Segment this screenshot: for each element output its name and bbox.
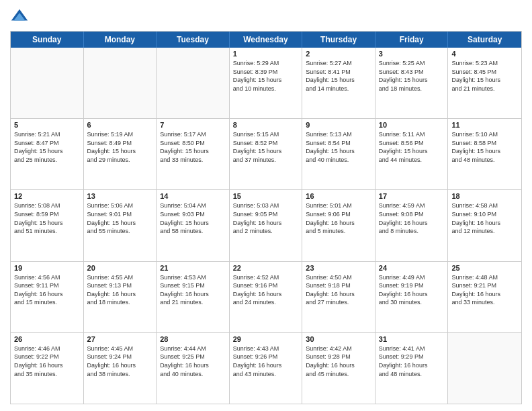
day-number: 27 — [87, 335, 153, 343]
calendar-cell-1-6: 11Sunrise: 5:10 AM Sunset: 8:58 PM Dayli… — [448, 119, 521, 189]
calendar-header-row: SundayMondayTuesdayWednesdayThursdayFrid… — [11, 32, 521, 48]
calendar: SundayMondayTuesdayWednesdayThursdayFrid… — [10, 31, 522, 404]
calendar-cell-3-2: 21Sunrise: 4:53 AM Sunset: 9:15 PM Dayli… — [157, 262, 230, 332]
calendar-cell-0-6: 4Sunrise: 5:23 AM Sunset: 8:45 PM Daylig… — [448, 48, 521, 118]
day-number: 16 — [306, 192, 371, 200]
cell-text: Sunrise: 4:44 AM Sunset: 9:25 PM Dayligh… — [160, 345, 226, 378]
calendar-cell-1-2: 7Sunrise: 5:17 AM Sunset: 8:50 PM Daylig… — [157, 119, 230, 189]
calendar-cell-1-1: 6Sunrise: 5:19 AM Sunset: 8:49 PM Daylig… — [84, 119, 157, 189]
header-day-monday: Monday — [84, 32, 157, 48]
day-number: 19 — [14, 264, 80, 272]
day-number: 21 — [160, 264, 226, 272]
cell-text: Sunrise: 5:01 AM Sunset: 9:06 PM Dayligh… — [306, 201, 371, 235]
day-number: 28 — [160, 335, 226, 343]
day-number: 9 — [306, 121, 371, 129]
page: SundayMondayTuesdayWednesdayThursdayFrid… — [0, 0, 532, 411]
cell-text: Sunrise: 5:29 AM Sunset: 8:39 PM Dayligh… — [233, 59, 299, 93]
day-number: 13 — [87, 192, 153, 200]
cell-text: Sunrise: 4:42 AM Sunset: 9:28 PM Dayligh… — [306, 345, 371, 378]
cell-text: Sunrise: 5:15 AM Sunset: 8:52 PM Dayligh… — [233, 130, 299, 164]
calendar-cell-3-0: 19Sunrise: 4:56 AM Sunset: 9:11 PM Dayli… — [11, 262, 84, 332]
calendar-cell-3-5: 24Sunrise: 4:49 AM Sunset: 9:19 PM Dayli… — [375, 262, 449, 332]
calendar-cell-1-5: 10Sunrise: 5:11 AM Sunset: 8:56 PM Dayli… — [375, 119, 449, 189]
calendar-cell-4-2: 28Sunrise: 4:44 AM Sunset: 9:25 PM Dayli… — [157, 333, 230, 404]
calendar-cell-3-3: 22Sunrise: 4:52 AM Sunset: 9:16 PM Dayli… — [230, 262, 303, 332]
day-number: 8 — [233, 121, 299, 129]
calendar-cell-2-4: 16Sunrise: 5:01 AM Sunset: 9:06 PM Dayli… — [302, 190, 375, 261]
day-number: 6 — [87, 121, 153, 129]
day-number: 26 — [14, 335, 80, 343]
cell-text: Sunrise: 5:06 AM Sunset: 9:01 PM Dayligh… — [87, 201, 153, 235]
cell-text: Sunrise: 4:41 AM Sunset: 9:29 PM Dayligh… — [379, 345, 445, 378]
day-number: 11 — [451, 121, 518, 129]
calendar-cell-4-0: 26Sunrise: 4:46 AM Sunset: 9:22 PM Dayli… — [11, 333, 84, 404]
header-day-sunday: Sunday — [11, 32, 84, 48]
cell-text: Sunrise: 5:13 AM Sunset: 8:54 PM Dayligh… — [306, 130, 371, 164]
calendar-cell-4-3: 29Sunrise: 4:43 AM Sunset: 9:26 PM Dayli… — [230, 333, 303, 404]
cell-text: Sunrise: 4:48 AM Sunset: 9:21 PM Dayligh… — [451, 273, 518, 307]
cell-text: Sunrise: 4:50 AM Sunset: 9:18 PM Dayligh… — [306, 273, 371, 307]
calendar-row-1: 5Sunrise: 5:21 AM Sunset: 8:47 PM Daylig… — [11, 118, 521, 189]
header-day-thursday: Thursday — [302, 32, 375, 48]
logo — [10, 7, 32, 26]
calendar-cell-2-5: 17Sunrise: 4:59 AM Sunset: 9:08 PM Dayli… — [375, 190, 449, 261]
cell-text: Sunrise: 4:53 AM Sunset: 9:15 PM Dayligh… — [160, 273, 226, 307]
day-number: 31 — [379, 335, 445, 343]
day-number: 5 — [14, 121, 80, 129]
day-number: 14 — [160, 192, 226, 200]
calendar-row-4: 26Sunrise: 4:46 AM Sunset: 9:22 PM Dayli… — [11, 332, 521, 404]
calendar-cell-1-3: 8Sunrise: 5:15 AM Sunset: 8:52 PM Daylig… — [230, 119, 303, 189]
header — [10, 7, 522, 26]
calendar-cell-3-4: 23Sunrise: 4:50 AM Sunset: 9:18 PM Dayli… — [302, 262, 375, 332]
calendar-cell-2-1: 13Sunrise: 5:06 AM Sunset: 9:01 PM Dayli… — [84, 190, 157, 261]
cell-text: Sunrise: 4:56 AM Sunset: 9:11 PM Dayligh… — [14, 273, 80, 307]
calendar-cell-0-3: 1Sunrise: 5:29 AM Sunset: 8:39 PM Daylig… — [230, 48, 303, 118]
day-number: 18 — [451, 192, 518, 200]
cell-text: Sunrise: 5:10 AM Sunset: 8:58 PM Dayligh… — [451, 130, 518, 164]
day-number: 22 — [233, 264, 299, 272]
cell-text: Sunrise: 5:25 AM Sunset: 8:43 PM Dayligh… — [379, 59, 445, 93]
calendar-cell-4-1: 27Sunrise: 4:45 AM Sunset: 9:24 PM Dayli… — [84, 333, 157, 404]
cell-text: Sunrise: 4:45 AM Sunset: 9:24 PM Dayligh… — [87, 345, 153, 378]
cell-text: Sunrise: 4:43 AM Sunset: 9:26 PM Dayligh… — [233, 345, 299, 378]
day-number: 10 — [379, 121, 445, 129]
header-day-wednesday: Wednesday — [230, 32, 303, 48]
calendar-row-0: 1Sunrise: 5:29 AM Sunset: 8:39 PM Daylig… — [11, 48, 521, 118]
cell-text: Sunrise: 4:52 AM Sunset: 9:16 PM Dayligh… — [233, 273, 299, 307]
day-number: 29 — [233, 335, 299, 343]
cell-text: Sunrise: 5:19 AM Sunset: 8:49 PM Dayligh… — [87, 130, 153, 164]
calendar-cell-0-0 — [11, 48, 84, 118]
cell-text: Sunrise: 5:21 AM Sunset: 8:47 PM Dayligh… — [14, 130, 80, 164]
calendar-cell-2-2: 14Sunrise: 5:04 AM Sunset: 9:03 PM Dayli… — [157, 190, 230, 261]
cell-text: Sunrise: 4:58 AM Sunset: 9:10 PM Dayligh… — [451, 201, 518, 235]
logo-icon — [10, 7, 29, 26]
cell-text: Sunrise: 5:23 AM Sunset: 8:45 PM Dayligh… — [451, 59, 518, 93]
cell-text: Sunrise: 5:17 AM Sunset: 8:50 PM Dayligh… — [160, 130, 226, 164]
cell-text: Sunrise: 4:49 AM Sunset: 9:19 PM Dayligh… — [379, 273, 445, 307]
day-number: 3 — [379, 50, 445, 58]
calendar-cell-2-0: 12Sunrise: 5:08 AM Sunset: 8:59 PM Dayli… — [11, 190, 84, 261]
cell-text: Sunrise: 5:04 AM Sunset: 9:03 PM Dayligh… — [160, 201, 226, 235]
calendar-cell-3-6: 25Sunrise: 4:48 AM Sunset: 9:21 PM Dayli… — [448, 262, 521, 332]
header-day-tuesday: Tuesday — [157, 32, 230, 48]
calendar-cell-0-4: 2Sunrise: 5:27 AM Sunset: 8:41 PM Daylig… — [302, 48, 375, 118]
calendar-cell-4-5: 31Sunrise: 4:41 AM Sunset: 9:29 PM Dayli… — [375, 333, 449, 404]
cell-text: Sunrise: 4:59 AM Sunset: 9:08 PM Dayligh… — [379, 201, 445, 235]
calendar-cell-4-4: 30Sunrise: 4:42 AM Sunset: 9:28 PM Dayli… — [302, 333, 375, 404]
day-number: 2 — [306, 50, 371, 58]
day-number: 20 — [87, 264, 153, 272]
calendar-row-3: 19Sunrise: 4:56 AM Sunset: 9:11 PM Dayli… — [11, 261, 521, 332]
calendar-cell-3-1: 20Sunrise: 4:55 AM Sunset: 9:13 PM Dayli… — [84, 262, 157, 332]
header-day-friday: Friday — [375, 32, 449, 48]
day-number: 4 — [451, 50, 518, 58]
cell-text: Sunrise: 4:55 AM Sunset: 9:13 PM Dayligh… — [87, 273, 153, 307]
cell-text: Sunrise: 5:03 AM Sunset: 9:05 PM Dayligh… — [233, 201, 299, 235]
calendar-cell-1-4: 9Sunrise: 5:13 AM Sunset: 8:54 PM Daylig… — [302, 119, 375, 189]
cell-text: Sunrise: 5:27 AM Sunset: 8:41 PM Dayligh… — [306, 59, 371, 93]
day-number: 17 — [379, 192, 445, 200]
day-number: 23 — [306, 264, 371, 272]
calendar-cell-0-2 — [157, 48, 230, 118]
calendar-row-2: 12Sunrise: 5:08 AM Sunset: 8:59 PM Dayli… — [11, 189, 521, 261]
calendar-cell-2-6: 18Sunrise: 4:58 AM Sunset: 9:10 PM Dayli… — [448, 190, 521, 261]
calendar-cell-0-1 — [84, 48, 157, 118]
